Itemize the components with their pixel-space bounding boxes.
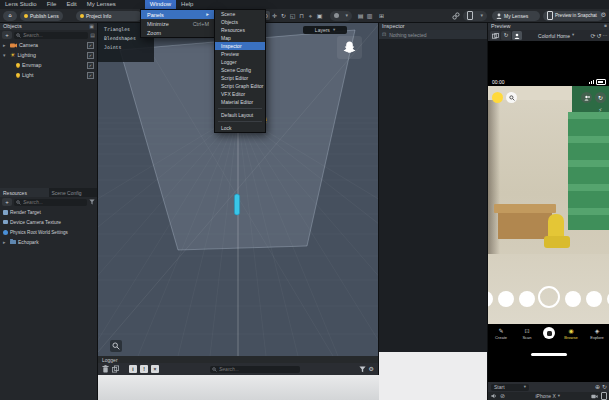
menu-item-panels[interactable]: Panels ▸ (141, 10, 215, 19)
tree-item-camera[interactable]: ▸ Camera ✓ (0, 40, 97, 50)
submenu-item-scene-config[interactable]: Scene Config (215, 66, 265, 74)
submenu-item-lock[interactable]: Lock (215, 124, 265, 132)
capture-ring[interactable] (538, 286, 560, 308)
nav-create[interactable]: ✎ Create (490, 328, 512, 340)
pairing-icon[interactable] (451, 11, 460, 20)
resource-item-echopark[interactable]: ▸ Echopark (0, 237, 97, 247)
copy-log-icon[interactable] (112, 365, 119, 373)
submenu-item-material-editor[interactable]: Material Editor (215, 98, 265, 106)
selected-object-capsule[interactable] (234, 194, 239, 215)
my-lenses-button[interactable]: My Lenses (492, 11, 540, 21)
menu-item-my-lenses[interactable]: My Lenses (82, 0, 121, 9)
logger-search[interactable] (210, 366, 300, 373)
resources-search-input[interactable] (23, 199, 85, 205)
menu-item-zoom[interactable]: Zoom (141, 28, 215, 37)
caret-icon[interactable]: ▸ (3, 43, 8, 48)
tree-item-lighting[interactable]: ▾ ☀ Lighting ✓ (0, 50, 97, 60)
submenu-item-objects[interactable]: Objects (215, 18, 265, 26)
list-options-icon[interactable]: ▤ (90, 33, 95, 38)
submenu-item-scene[interactable]: Scene (215, 10, 265, 18)
preview-camera-view[interactable]: ↻ ⚡ (488, 86, 609, 324)
simulation-dropdown[interactable]: ▾ (330, 11, 352, 21)
visibility-checkbox[interactable]: ✓ (87, 62, 94, 69)
video-camera-icon[interactable] (591, 394, 598, 399)
lens-item[interactable] (586, 291, 602, 307)
submenu-item-resources[interactable]: Resources (215, 26, 265, 34)
settings-gear-icon[interactable]: ⚙ (599, 11, 608, 20)
frame-tool-icon[interactable]: ▣ (315, 11, 324, 20)
snap-tool-icon[interactable]: ⊓ (297, 11, 306, 20)
submenu-item-map[interactable]: Map (215, 34, 265, 42)
submenu-item-script-editor[interactable]: Script Editor (215, 74, 265, 82)
logger-content[interactable] (97, 375, 379, 400)
add-friend-bubble[interactable] (581, 92, 592, 103)
add-resource-button[interactable]: + (2, 198, 12, 206)
device-frame-icon[interactable] (601, 392, 608, 400)
preview-scene-dropdown[interactable]: Colorful Home ▾ (523, 33, 589, 39)
reset-preview-icon[interactable]: ↻ (602, 384, 607, 390)
scene-zoom-button[interactable] (110, 340, 122, 352)
preview-in-snapchat-button[interactable]: Preview in Snapchat (543, 11, 603, 21)
start-simulation-dropdown[interactable]: Start ▾ (491, 384, 529, 391)
nav-scan[interactable]: ⊡ Scan (516, 328, 538, 340)
log-filter-warning-toggle[interactable]: ! (140, 365, 148, 373)
resource-item-device-camera-texture[interactable]: Device Camera Texture (0, 217, 97, 227)
capture-icon[interactable]: ▤ (356, 11, 365, 20)
lens-item[interactable] (519, 291, 535, 307)
nav-browse[interactable]: ◉ Browse (560, 328, 582, 340)
move-tool-icon[interactable]: ✛ (270, 11, 279, 20)
submenu-item-default-layout[interactable]: Default Layout (215, 111, 265, 119)
layers-dropdown[interactable]: Layers ▾ (303, 26, 347, 34)
lens-item[interactable] (498, 291, 514, 307)
home-button[interactable]: ⌂ (3, 11, 17, 21)
menu-item-lens-studio[interactable]: Lens Studio (0, 0, 42, 9)
device-dropdown[interactable]: ▾ (463, 11, 487, 21)
filter-icon[interactable] (89, 199, 95, 205)
caret-icon[interactable]: ▾ (3, 53, 8, 58)
resource-item-physics-settings[interactable]: Physics Root World Settings (0, 227, 97, 237)
record-icon[interactable]: ▥ (365, 11, 374, 20)
pivot-tool-icon[interactable]: ⌖ (306, 11, 315, 20)
scale-tool-icon[interactable]: ◱ (288, 11, 297, 20)
resources-search[interactable] (14, 199, 87, 206)
publish-lens-button[interactable]: Publish Lens (20, 11, 63, 21)
webcam-off-icon[interactable]: ⊘ (500, 393, 505, 399)
submenu-item-vfx-editor[interactable]: VFX Editor (215, 90, 265, 98)
menu-item-edit[interactable]: Edit (61, 0, 81, 9)
add-object-button[interactable]: + (2, 31, 12, 39)
lens-carousel[interactable] (488, 282, 609, 316)
menu-item-window[interactable]: Window (145, 0, 176, 9)
panel-menu-icon[interactable]: ▣ (89, 24, 94, 29)
tree-item-light[interactable]: Light ✓ (0, 70, 97, 80)
preview-split-view-icon[interactable] (490, 31, 500, 40)
visibility-checkbox[interactable]: ✓ (87, 72, 94, 79)
submenu-item-inspector[interactable]: Inspector (215, 42, 265, 50)
screenshot-icon[interactable]: ⊞ (377, 11, 386, 20)
submenu-item-logger[interactable]: Logger (215, 58, 265, 66)
more-options-icon[interactable]: ⋯ (603, 33, 609, 38)
reset-camera-icon[interactable]: ↺ (596, 33, 601, 39)
flash-icon[interactable]: ⚡ (598, 108, 602, 113)
menu-item-minimize[interactable]: Minimize Ctrl+M (141, 19, 215, 28)
lens-item[interactable] (488, 291, 493, 307)
objects-search-input[interactable] (23, 32, 86, 38)
resource-item-render-target[interactable]: Render Target (0, 207, 97, 217)
search-bubble[interactable] (506, 92, 517, 103)
pin-icon[interactable]: ▪ (604, 24, 607, 29)
tab-resources[interactable]: Resources (0, 188, 49, 197)
audio-speaker-icon[interactable] (491, 393, 497, 399)
project-info-button[interactable]: Project Info (76, 11, 142, 21)
log-filter-error-toggle[interactable]: × (151, 365, 159, 373)
flip-camera-icon[interactable]: ↻ (595, 92, 606, 103)
visibility-checkbox[interactable]: ✓ (87, 52, 94, 59)
tree-item-envmap[interactable]: Envmap ✓ (0, 60, 97, 70)
nav-explore[interactable]: ◈ Explore (586, 328, 608, 340)
menu-item-file[interactable]: File (42, 0, 62, 9)
rotate-tool-icon[interactable]: ↻ (279, 11, 288, 20)
profile-bubble[interactable] (492, 92, 503, 103)
snapchat-ghost-button[interactable] (337, 36, 362, 59)
submenu-item-preview[interactable]: Preview (215, 50, 265, 58)
visibility-checkbox[interactable]: ✓ (87, 42, 94, 49)
log-filter-info-toggle[interactable]: i (129, 365, 137, 373)
shutter-button[interactable] (543, 327, 555, 339)
